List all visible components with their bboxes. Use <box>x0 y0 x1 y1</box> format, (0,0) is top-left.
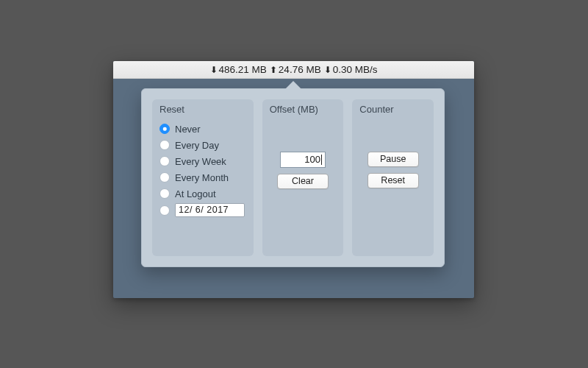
offset-group-title: Offset (MB) <box>268 104 338 115</box>
pause-button[interactable]: Pause <box>368 152 419 167</box>
rate-arrow-icon: ⬇︎ <box>324 66 331 74</box>
reset-option-every-day[interactable]: Every Day <box>159 138 248 152</box>
download-total-value: 486.21 MB <box>219 64 267 75</box>
rate: ⬇︎ 0.30 MB/s <box>324 64 378 75</box>
app-window: ⬇︎ 486.21 MB ⬆︎ 24.76 MB ⬇︎ 0.30 MB/s Re… <box>113 61 474 298</box>
reset-radio-list: Never Every Day Every Week Every Month <box>158 122 248 217</box>
reset-date-field[interactable]: 12/ 6/ 2017 <box>175 203 245 217</box>
radio-icon <box>159 172 170 183</box>
reset-group: Reset Never Every Day Every Week <box>152 99 254 256</box>
radio-label: Never <box>175 124 201 135</box>
offset-controls: 100 Clear <box>268 152 338 189</box>
menubar-stats: ⬇︎ 486.21 MB ⬆︎ 24.76 MB ⬇︎ 0.30 MB/s <box>113 61 474 79</box>
reset-option-every-month[interactable]: Every Month <box>159 171 248 184</box>
upload-total: ⬆︎ 24.76 MB <box>270 64 321 75</box>
upload-total-value: 24.76 MB <box>279 64 321 75</box>
upload-arrow-icon: ⬆︎ <box>270 66 277 74</box>
offset-input[interactable]: 100 <box>280 152 326 168</box>
reset-option-never[interactable]: Never <box>159 122 248 135</box>
radio-label: Every Week <box>175 156 226 167</box>
counter-group: Counter Pause Reset <box>352 99 434 256</box>
radio-label: Every Day <box>175 140 219 151</box>
radio-icon <box>159 156 170 166</box>
reset-group-title: Reset <box>158 104 248 115</box>
popover-columns: Reset Never Every Day Every Week <box>142 89 444 266</box>
radio-icon <box>159 124 170 134</box>
rate-value: 0.30 MB/s <box>333 64 378 75</box>
reset-option-every-week[interactable]: Every Week <box>159 155 248 168</box>
reset-button[interactable]: Reset <box>368 173 419 188</box>
counter-controls: Pause Reset <box>358 152 428 188</box>
radio-label: Every Month <box>175 172 229 183</box>
radio-icon <box>159 140 170 150</box>
radio-icon <box>159 205 170 216</box>
settings-popover: Reset Never Every Day Every Week <box>141 88 445 267</box>
offset-group: Offset (MB) 100 Clear <box>262 99 344 256</box>
radio-label: At Logout <box>175 188 216 199</box>
reset-option-date[interactable]: 12/ 6/ 2017 <box>159 203 248 217</box>
radio-icon <box>159 188 170 199</box>
download-total: ⬇︎ 486.21 MB <box>210 64 267 75</box>
counter-group-title: Counter <box>358 104 428 115</box>
reset-option-at-logout[interactable]: At Logout <box>159 187 248 200</box>
clear-button[interactable]: Clear <box>277 174 329 189</box>
download-arrow-icon: ⬇︎ <box>210 66 218 74</box>
